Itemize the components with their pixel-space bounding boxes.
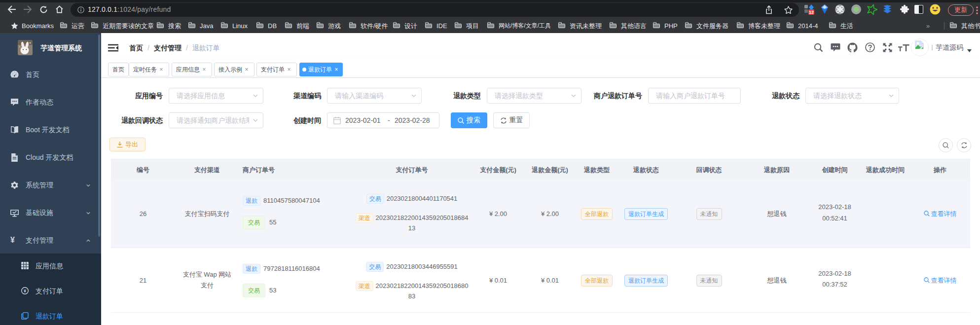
svg-text:¥: ¥ xyxy=(24,289,26,293)
svg-text:12: 12 xyxy=(809,10,814,15)
